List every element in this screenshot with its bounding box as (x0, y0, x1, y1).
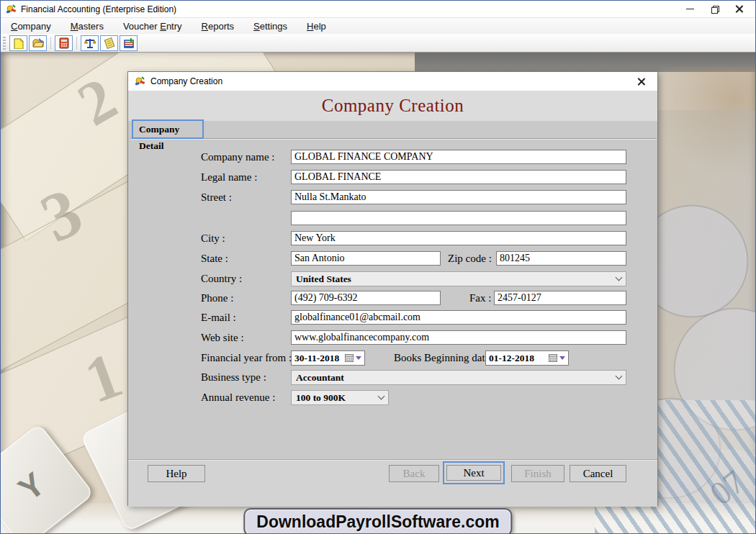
dialog-header: Company Creation (128, 91, 657, 121)
tab-company-detail[interactable]: Company Detail (132, 119, 204, 139)
country-select-value: United States (296, 273, 351, 285)
menu-access-key: R (202, 21, 208, 32)
annual-revenue-select[interactable]: 100 to 900K (291, 390, 389, 405)
toolbar-separator (76, 37, 77, 50)
country-label: Country : (201, 273, 242, 285)
zip-code-label: Zip code : (448, 253, 492, 265)
dialog-title: Company Creation (150, 76, 222, 86)
financial-year-from-value: 30-11-2018 (294, 353, 339, 364)
form-row-street2 (128, 211, 659, 227)
books-beginning-datepicker[interactable]: 01-12-2018 (485, 350, 569, 366)
city-label: City : (201, 232, 225, 245)
close-button[interactable] (726, 1, 751, 17)
menu-label-part: Voucher (123, 21, 160, 32)
street-input[interactable] (291, 190, 626, 204)
form-row-website: Web site : (128, 330, 659, 346)
company-name-label: Company name : (201, 151, 274, 163)
open-folder-icon (32, 37, 44, 49)
legal-name-input[interactable] (291, 170, 626, 184)
watermark-badge: DownloadPayrollSoftware.com (243, 508, 512, 534)
form-row-street: Street : (128, 190, 659, 206)
annual-revenue-label: Annual revenue : (201, 392, 275, 404)
save-company-toolbar-button[interactable] (120, 35, 138, 51)
dialog-titlebar: Company Creation (128, 72, 657, 91)
help-button[interactable]: Help (148, 465, 205, 482)
chevron-down-icon (378, 393, 385, 400)
menu-access-key: C (11, 21, 17, 32)
phone-label: Phone : (201, 292, 233, 304)
app-logo-icon (5, 4, 17, 15)
dialog-button-bar: Help Back Next Finish Cancel (128, 459, 657, 507)
zip-code-input[interactable] (496, 251, 626, 266)
menu-voucher-entry[interactable]: Voucher Entry (123, 21, 182, 32)
calculator-icon (58, 37, 70, 49)
menu-reports[interactable]: Reports (202, 21, 235, 32)
menu-masters[interactable]: Masters (71, 21, 104, 32)
main-titlebar: Financial Accounting (Enterprise Edition… (1, 1, 755, 18)
save-company-icon (123, 37, 135, 49)
phone-input[interactable] (291, 291, 441, 305)
email-input[interactable] (291, 310, 626, 325)
toolbar-separator (50, 37, 51, 50)
form-row-state-zip: State : Zip code : (128, 251, 659, 267)
email-label: E-mail : (201, 312, 236, 324)
groupbox-top-line (130, 138, 657, 140)
calendar-icon (345, 354, 354, 362)
balance-toolbar-button[interactable] (81, 35, 99, 51)
menu-access-key: E (160, 21, 166, 32)
form-row-company-name: Company name : (128, 150, 659, 166)
form-row-email: E-mail : (128, 310, 659, 326)
form-row-business-type: Business type : Accountant (128, 370, 659, 386)
street2-input[interactable] (291, 211, 626, 225)
menu-company[interactable]: Company (11, 21, 51, 32)
finish-button: Finish (511, 465, 564, 482)
open-company-toolbar-button[interactable] (29, 35, 47, 51)
menu-access-key: S (253, 21, 260, 32)
dialog-heading: Company Creation (322, 96, 464, 116)
state-input[interactable] (291, 251, 441, 266)
dialog-close-button[interactable] (630, 73, 652, 89)
ledger-toolbar-button[interactable] (100, 35, 118, 51)
business-type-select-value: Accountant (296, 372, 344, 384)
website-label: Web site : (201, 332, 244, 344)
cancel-button[interactable]: Cancel (570, 465, 626, 482)
fax-label: Fax : (469, 292, 491, 304)
new-note-icon (13, 37, 24, 49)
menu-label-part: ntry (166, 21, 182, 32)
new-company-toolbar-button[interactable] (9, 35, 27, 51)
toolbar-grip (3, 37, 6, 50)
fax-input[interactable] (494, 291, 626, 305)
website-input[interactable] (291, 330, 626, 345)
menubar: Company Masters Voucher Entry Reports Se… (1, 18, 755, 34)
form-row-legal-name: Legal name : (128, 170, 659, 186)
menu-label-part: eports (208, 21, 234, 32)
dropdown-arrow-icon (356, 356, 361, 360)
toolbar (1, 34, 755, 53)
back-button: Back (389, 465, 439, 482)
form-row-country: Country : United States (128, 271, 659, 287)
minimize-button[interactable] (678, 1, 702, 17)
form-row-city: City : (128, 231, 659, 247)
form-row-dates: Financial year from : 30-11-2018 Books B… (128, 350, 659, 366)
calculator-toolbar-button[interactable] (55, 35, 73, 51)
restore-icon (711, 6, 718, 12)
company-name-input[interactable] (291, 150, 626, 164)
business-type-select[interactable]: Accountant (291, 370, 626, 385)
company-creation-dialog: Company Creation Company Creation Compan… (127, 71, 658, 506)
close-icon (637, 78, 645, 86)
balance-scale-icon (84, 37, 96, 49)
business-type-label: Business type : (201, 371, 266, 384)
form-row-phone-fax: Phone : Fax : (128, 291, 659, 307)
app-window: 2 3 1 Y H 07 Financial Accounting (Enter… (0, 0, 756, 534)
legal-name-label: Legal name : (201, 171, 257, 184)
financial-year-from-datepicker[interactable]: 30-11-2018 (291, 350, 365, 366)
country-select[interactable]: United States (291, 271, 626, 286)
menu-help[interactable]: Help (307, 21, 326, 32)
window-controls (678, 1, 751, 17)
menu-settings[interactable]: Settings (253, 21, 287, 32)
restore-button[interactable] (702, 1, 726, 17)
menu-label-part: elp (313, 21, 325, 32)
next-button[interactable]: Next (446, 465, 501, 481)
city-input[interactable] (291, 231, 626, 245)
app-logo-icon (134, 76, 145, 87)
